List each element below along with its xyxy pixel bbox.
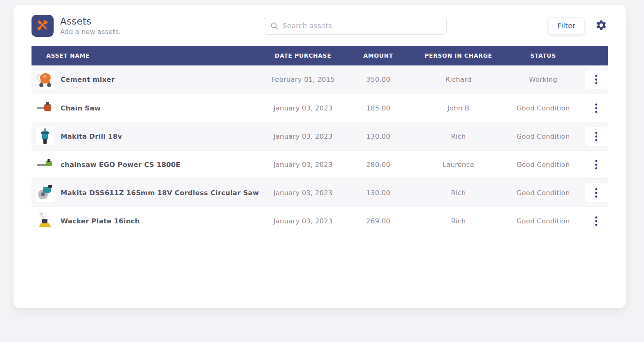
table-row: Chain Saw January 03, 2023 185.00 John B… bbox=[32, 94, 608, 122]
row-menu-button[interactable] bbox=[585, 70, 608, 89]
status-cell: Good Condition bbox=[501, 189, 585, 197]
kebab-icon bbox=[595, 75, 597, 77]
date-purchase-cell: January 03, 2023 bbox=[265, 104, 341, 112]
chain-saw-image bbox=[36, 99, 54, 117]
assets-table: ASSET NAME DATE PURCHASE AMOUNT PERSON I… bbox=[32, 46, 608, 235]
column-header-status: STATUS bbox=[501, 52, 585, 59]
green-chainsaw-image bbox=[36, 155, 54, 173]
asset-cell: Makita DSS611Z 165mm 18V Cordless Circul… bbox=[32, 184, 265, 202]
actions-cell bbox=[585, 183, 608, 202]
filter-button[interactable]: Filter bbox=[548, 17, 585, 34]
amount-cell: 269.00 bbox=[341, 217, 416, 225]
asset-cell: Makita Drill 18v bbox=[32, 127, 265, 145]
table-header-row: ASSET NAME DATE PURCHASE AMOUNT PERSON I… bbox=[32, 46, 608, 65]
table-row: Wacker Plate 16inch January 03, 2023 269… bbox=[32, 207, 608, 235]
asset-name: Cement mixer bbox=[61, 76, 115, 83]
date-purchase-cell: January 03, 2023 bbox=[265, 217, 341, 225]
date-purchase-cell: February 01, 2015 bbox=[265, 76, 341, 83]
table-row: Makita Drill 18v January 03, 2023 130.00… bbox=[32, 122, 608, 150]
assets-app-logo bbox=[32, 15, 54, 37]
amount-cell: 280.00 bbox=[341, 161, 416, 169]
row-menu-button[interactable] bbox=[585, 99, 608, 117]
circular-saw-image bbox=[36, 184, 54, 202]
kebab-icon bbox=[595, 104, 597, 106]
amount-cell: 130.00 bbox=[341, 133, 416, 140]
amount-cell: 350.00 bbox=[341, 76, 416, 83]
table-body: Cement mixer February 01, 2015 350.00 Ri… bbox=[32, 65, 608, 235]
actions-cell bbox=[585, 70, 608, 89]
kebab-icon bbox=[595, 132, 597, 134]
row-menu-button[interactable] bbox=[585, 127, 608, 146]
crossed-tools-icon bbox=[36, 18, 50, 34]
actions-cell bbox=[585, 127, 608, 146]
column-header-asset-name: ASSET NAME bbox=[32, 52, 265, 59]
kebab-icon bbox=[595, 188, 597, 190]
asset-cell: Wacker Plate 16inch bbox=[32, 212, 265, 230]
asset-cell: Cement mixer bbox=[32, 71, 265, 89]
person-in-charge-cell: John B bbox=[415, 104, 501, 112]
asset-name: Chain Saw bbox=[61, 104, 101, 112]
row-menu-button[interactable] bbox=[585, 155, 608, 174]
date-purchase-cell: January 03, 2023 bbox=[265, 189, 341, 197]
table-row: Cement mixer February 01, 2015 350.00 Ri… bbox=[32, 65, 608, 94]
column-header-date-purchase: DATE PURCHASE bbox=[265, 52, 341, 59]
table-row: Makita DSS611Z 165mm 18V Cordless Circul… bbox=[32, 178, 608, 207]
status-cell: Good Condition bbox=[501, 104, 585, 112]
drill-image bbox=[36, 127, 54, 145]
actions-cell bbox=[585, 155, 608, 174]
asset-name: Wacker Plate 16inch bbox=[61, 217, 140, 225]
asset-name: chainsaw EGO Power CS 1800E bbox=[61, 161, 180, 169]
row-menu-button[interactable] bbox=[585, 212, 608, 230]
assets-card: Assets Add a new assets. Filter ASSET NA… bbox=[14, 5, 626, 308]
person-in-charge-cell: Rich bbox=[415, 189, 501, 197]
amount-cell: 130.00 bbox=[341, 189, 416, 197]
asset-name: Makita DSS611Z 165mm 18V Cordless Circul… bbox=[61, 189, 259, 197]
date-purchase-cell: January 03, 2023 bbox=[265, 133, 341, 140]
status-cell: Good Condition bbox=[501, 161, 585, 169]
kebab-icon bbox=[595, 160, 597, 162]
cement-mixer-image bbox=[36, 71, 54, 89]
asset-name: Makita Drill 18v bbox=[61, 133, 122, 140]
person-in-charge-cell: Rich bbox=[415, 217, 501, 225]
person-in-charge-cell: Richard bbox=[415, 76, 501, 83]
search-box bbox=[264, 17, 447, 35]
actions-cell bbox=[585, 99, 608, 117]
gear-icon bbox=[595, 19, 607, 32]
person-in-charge-cell: Laurence bbox=[415, 161, 501, 169]
search-input[interactable] bbox=[283, 22, 441, 30]
asset-cell: chainsaw EGO Power CS 1800E bbox=[32, 155, 265, 173]
card-header: Assets Add a new assets. Filter bbox=[14, 5, 626, 46]
asset-cell: Chain Saw bbox=[32, 99, 265, 117]
status-cell: Good Condition bbox=[501, 133, 585, 140]
search-icon bbox=[270, 22, 279, 30]
actions-cell bbox=[585, 212, 608, 230]
status-cell: Good Condition bbox=[501, 217, 585, 225]
column-header-person-in-charge: PERSON IN CHARGE bbox=[415, 52, 501, 59]
date-purchase-cell: January 03, 2023 bbox=[265, 161, 341, 169]
wacker-plate-image bbox=[36, 212, 54, 230]
amount-cell: 185.00 bbox=[341, 104, 416, 112]
status-cell: Working bbox=[501, 76, 585, 83]
row-menu-button[interactable] bbox=[585, 183, 608, 202]
person-in-charge-cell: Rich bbox=[415, 133, 501, 140]
table-row: chainsaw EGO Power CS 1800E January 03, … bbox=[32, 150, 608, 178]
settings-button[interactable] bbox=[595, 19, 607, 32]
page-subtitle: Add a new assets. bbox=[60, 28, 162, 36]
kebab-icon bbox=[595, 216, 597, 218]
title-block: Assets Add a new assets. bbox=[60, 16, 162, 36]
page-title: Assets bbox=[60, 16, 162, 27]
column-header-amount: AMOUNT bbox=[341, 52, 416, 59]
